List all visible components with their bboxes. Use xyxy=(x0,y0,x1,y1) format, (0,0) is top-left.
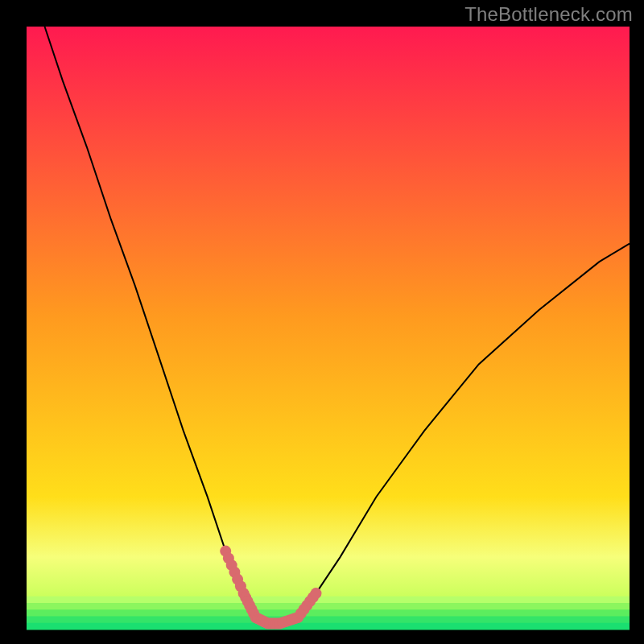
green-band xyxy=(27,623,630,630)
watermark-text: TheBottleneck.com xyxy=(464,3,633,26)
bottleneck-chart xyxy=(0,0,644,644)
green-band xyxy=(27,609,630,617)
green-band xyxy=(27,603,630,610)
green-band xyxy=(27,597,630,604)
valley-dot xyxy=(311,588,322,599)
plot-background xyxy=(27,27,630,630)
green-band xyxy=(27,617,630,624)
chart-frame: TheBottleneck.com xyxy=(0,0,644,644)
green-bands xyxy=(27,597,630,630)
